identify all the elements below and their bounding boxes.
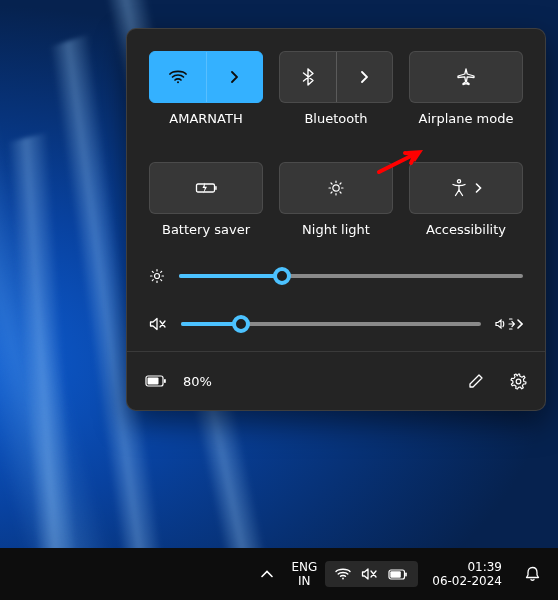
svg-point-8 [516,379,521,384]
pencil-icon [468,373,484,389]
quick-settings-panel: AMARNATH Bluetooth [126,28,546,411]
svg-rect-12 [405,572,407,576]
volume-muted-icon [149,316,167,332]
airplane-mode-tile[interactable] [409,51,523,103]
battery-saver-tile[interactable] [149,162,263,214]
taskbar-date: 06-02-2024 [432,574,502,588]
svg-point-10 [342,578,344,580]
night-light-tile[interactable] [279,162,393,214]
volume-slider-row [149,315,523,333]
taskbar-time: 01:39 [467,560,502,574]
airplane-mode-label: Airplane mode [419,111,514,126]
language-primary: ENG [291,560,317,574]
battery-percent-label[interactable]: 80% [183,374,212,389]
quick-settings-footer: 80% [127,351,545,410]
svg-rect-6 [164,379,166,383]
wifi-icon [335,568,351,580]
accessibility-tile[interactable] [409,162,523,214]
bluetooth-toggle[interactable] [280,52,336,102]
svg-point-3 [457,180,460,183]
accessibility-icon [451,179,467,197]
wifi-toggle[interactable] [150,52,206,102]
night-light-icon [327,179,345,197]
bluetooth-icon [302,68,314,86]
notifications-button[interactable] [516,554,548,594]
audio-output-icon [495,317,515,331]
gear-icon [510,373,527,390]
volume-muted-icon [361,567,378,581]
brightness-icon [149,268,165,284]
edit-quick-settings-button[interactable] [459,364,493,398]
settings-button[interactable] [501,364,535,398]
wifi-icon [169,70,187,84]
volume-slider[interactable] [181,315,481,333]
brightness-slider-row [149,267,523,285]
chevron-right-icon [230,71,238,83]
clock-button[interactable]: 01:39 06-02-2024 [418,554,516,594]
bluetooth-label: Bluetooth [304,111,367,126]
svg-rect-13 [391,571,402,577]
language-secondary: IN [298,574,311,588]
wifi-expand[interactable] [207,52,263,102]
svg-point-0 [177,81,179,83]
svg-rect-1 [215,186,217,190]
svg-point-4 [155,274,160,279]
chevron-right-icon [517,319,523,329]
battery-icon [388,569,408,580]
night-light-label: Night light [302,222,370,237]
bell-icon [525,566,540,582]
svg-rect-7 [148,378,159,385]
chevron-right-icon [360,71,368,83]
wifi-label: AMARNATH [169,111,242,126]
battery-saver-label: Battery saver [162,222,250,237]
svg-point-2 [333,185,339,191]
audio-output-button[interactable] [495,317,523,331]
accessibility-label: Accessibility [426,222,506,237]
chevron-up-icon [261,570,273,578]
bluetooth-tile[interactable] [279,51,393,103]
tray-overflow-button[interactable] [251,554,283,594]
battery-saver-icon [194,181,218,195]
language-button[interactable]: ENG IN [283,554,325,594]
taskbar: ENG IN [0,548,558,600]
battery-icon [145,375,167,387]
wifi-tile[interactable] [149,51,263,103]
chevron-right-icon [475,183,482,193]
bluetooth-expand[interactable] [337,52,393,102]
system-tray-button[interactable] [325,554,418,594]
brightness-slider[interactable] [179,267,523,285]
airplane-icon [456,68,476,86]
